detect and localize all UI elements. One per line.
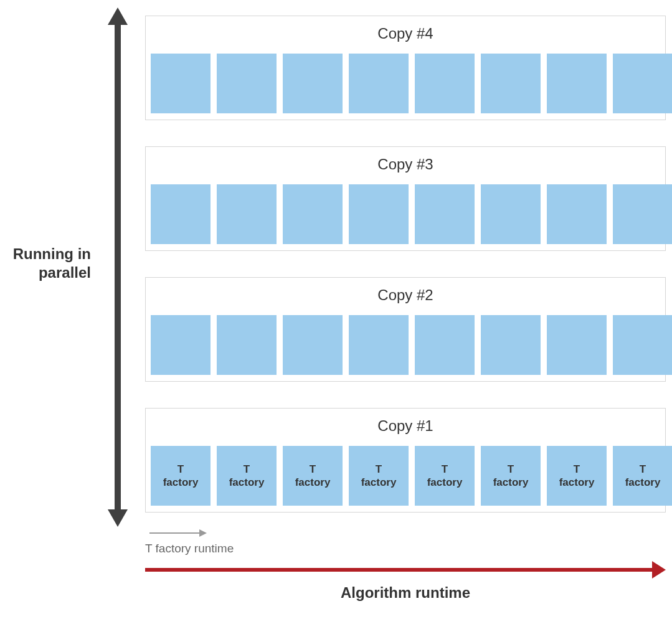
tfactory-cell bbox=[415, 54, 475, 113]
tfactory-cell bbox=[217, 315, 277, 375]
tfactory-cell: Tfactory bbox=[151, 446, 211, 506]
copy-panel: Copy #4 bbox=[145, 16, 666, 120]
tfactory-cell: Tfactory bbox=[217, 446, 277, 506]
copy-title: Copy #4 bbox=[146, 25, 665, 42]
tfactory-cell bbox=[151, 315, 211, 375]
tfactory-cell-label: Tfactory bbox=[217, 463, 277, 489]
tfactory-cell bbox=[415, 315, 475, 375]
tfactory-row: TfactoryTfactoryTfactoryTfactoryTfactory… bbox=[151, 446, 665, 506]
copy-title: Copy #1 bbox=[146, 417, 665, 435]
parallel-axis-arrow bbox=[115, 22, 121, 512]
tfactory-row bbox=[151, 184, 665, 244]
tfactory-cell-label: Tfactory bbox=[547, 463, 607, 489]
tfactory-cell bbox=[613, 54, 672, 113]
tfactory-cell bbox=[217, 184, 277, 244]
tfactory-cell: Tfactory bbox=[547, 446, 607, 506]
tfactory-cell: Tfactory bbox=[349, 446, 409, 506]
tfactory-cell bbox=[283, 54, 343, 113]
tfactory-cell bbox=[217, 54, 277, 113]
copy-panel: Copy #3 bbox=[145, 146, 666, 251]
tfactory-cell bbox=[481, 54, 541, 113]
tfactory-cell-label: Tfactory bbox=[349, 463, 409, 489]
tfactory-cell bbox=[283, 184, 343, 244]
tfactory-cell-label: Tfactory bbox=[415, 463, 475, 489]
tfactory-cell bbox=[547, 315, 607, 375]
tfactory-cell bbox=[151, 54, 211, 113]
copy-panel: Copy #1TfactoryTfactoryTfactoryTfactoryT… bbox=[145, 408, 666, 513]
algorithm-runtime-arrow bbox=[145, 568, 655, 572]
tfactory-cell: Tfactory bbox=[415, 446, 475, 506]
tfactory-cell-label: Tfactory bbox=[613, 463, 672, 489]
tfactory-cell bbox=[547, 184, 607, 244]
copy-title: Copy #2 bbox=[146, 286, 665, 304]
tfactory-cell: Tfactory bbox=[481, 446, 541, 506]
tfactory-cell bbox=[613, 315, 672, 375]
copy-panel: Copy #2 bbox=[145, 277, 666, 382]
tfactory-cell-label: Tfactory bbox=[283, 463, 343, 489]
tfactory-cell bbox=[481, 184, 541, 244]
tfactory-runtime-arrow bbox=[149, 532, 201, 534]
tfactory-cell bbox=[613, 184, 672, 244]
tfactory-row bbox=[151, 54, 665, 113]
tfactory-cell bbox=[151, 184, 211, 244]
tfactory-runtime-label: T factory runtime bbox=[145, 542, 234, 555]
tfactory-row bbox=[151, 315, 665, 375]
tfactory-cell-label: Tfactory bbox=[151, 463, 211, 489]
copy-title: Copy #3 bbox=[146, 156, 665, 173]
tfactory-cell bbox=[283, 315, 343, 375]
tfactory-cell: Tfactory bbox=[613, 446, 672, 506]
tfactory-cell bbox=[415, 184, 475, 244]
tfactory-cell bbox=[349, 315, 409, 375]
algorithm-runtime-label: Algorithm runtime bbox=[145, 584, 666, 602]
parallel-axis-label: Running inparallel bbox=[2, 245, 91, 282]
tfactory-cell: Tfactory bbox=[283, 446, 343, 506]
tfactory-cell-label: Tfactory bbox=[481, 463, 541, 489]
tfactory-cell bbox=[481, 315, 541, 375]
tfactory-cell bbox=[349, 54, 409, 113]
tfactory-cell bbox=[349, 184, 409, 244]
tfactory-cell bbox=[547, 54, 607, 113]
